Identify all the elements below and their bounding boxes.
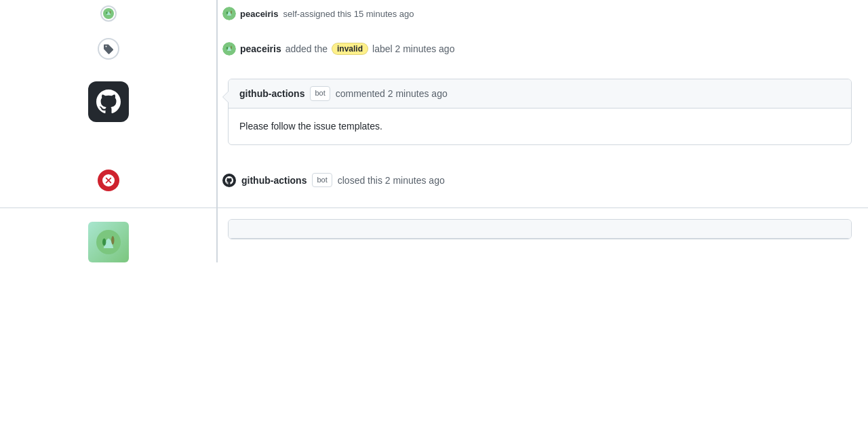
svg-point-5 — [231, 11, 232, 14]
comment-header: github-actions bot commented 2 minutes a… — [229, 79, 851, 108]
top-avatar — [100, 5, 117, 22]
svg-point-7 — [226, 47, 228, 50]
bottom-avatar — [88, 222, 129, 262]
github-actions-avatar — [88, 81, 129, 122]
svg-point-11 — [111, 236, 114, 245]
comment-body-text: Please follow the issue templates. — [239, 121, 382, 132]
comment-username: github-actions — [239, 88, 304, 99]
top-action: self-assigned this 15 minutes ago — [283, 9, 414, 19]
top-row-text: peaceiris self-assigned this 15 minutes … — [240, 9, 414, 19]
close-icon — [98, 170, 119, 191]
closed-bot-badge: bot — [312, 173, 332, 188]
comment-bot-badge: bot — [310, 86, 330, 101]
label-action-before: added the — [285, 43, 328, 54]
peaceiris-small-avatar — [222, 7, 236, 20]
svg-point-1 — [106, 12, 108, 14]
svg-point-8 — [231, 46, 232, 50]
closed-gh-avatar — [222, 174, 236, 187]
peaceiris-avatar-label — [222, 42, 236, 56]
svg-point-10 — [102, 238, 106, 245]
comment-box: github-actions bot commented 2 minutes a… — [228, 79, 852, 145]
closed-username: github-actions — [241, 175, 307, 186]
top-username: peaceiris — [240, 9, 278, 19]
comment-time: commented 2 minutes ago — [336, 88, 448, 99]
label-icon — [98, 38, 119, 60]
svg-point-4 — [226, 12, 228, 14]
closed-action: closed this 2 minutes ago — [338, 175, 445, 186]
svg-point-2 — [110, 11, 111, 14]
invalid-label-badge: invalid — [332, 43, 368, 55]
label-username: peaceiris — [240, 43, 281, 54]
label-action-after: label 2 minutes ago — [372, 43, 454, 54]
bottom-comment-partial — [228, 219, 852, 239]
comment-body: Please follow the issue templates. — [229, 108, 851, 144]
